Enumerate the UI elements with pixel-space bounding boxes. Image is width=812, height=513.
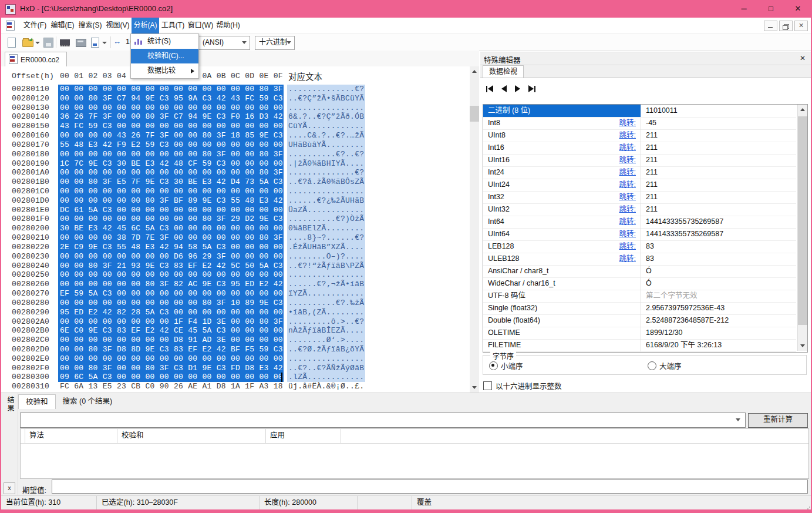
inspector-value[interactable]: 211: [646, 203, 796, 215]
offset-base-combo[interactable]: 十六进制: [255, 36, 295, 50]
scrollbar-thumb[interactable]: [798, 116, 807, 325]
next-byte-button[interactable]: [515, 85, 520, 92]
save-icon[interactable]: [43, 38, 53, 48]
inspector-type-cell[interactable]: UInt64跳转:: [483, 228, 641, 240]
jump-link[interactable]: 跳转:: [598, 117, 636, 129]
scroll-up-icon[interactable]: [472, 70, 477, 73]
inspector-type-cell[interactable]: UInt32跳转:: [483, 203, 641, 216]
hex-text[interactable]: .|žÃ0¾ãBHÏYÃ....: [287, 159, 365, 169]
previous-byte-button[interactable]: [501, 85, 507, 92]
scroll-down-icon[interactable]: [800, 344, 805, 347]
hex-bytes[interactable]: 00 00 00 00 00 00 00 00 00 00 00 00 00 0…: [58, 187, 284, 196]
hex-text[interactable]: ................: [287, 187, 365, 196]
scroll-up-icon[interactable]: [800, 108, 805, 111]
hex-bytes[interactable]: 00 00 00 00 43 26 7F 3F 00 00 80 3F 18 8…: [58, 131, 284, 140]
results-tab-1[interactable]: 校验和: [18, 394, 56, 409]
hex-text[interactable]: 6&.?..€?Ç”žÃð.ÓB: [287, 112, 365, 122]
hex-text[interactable]: ïYZÃ............: [287, 289, 365, 299]
jump-link[interactable]: 跳转:: [598, 154, 636, 166]
inspector-type-cell[interactable]: FILETIME: [483, 339, 641, 351]
maximize-button[interactable]: □: [757, 0, 784, 18]
hex-text[interactable]: ........Ø‘.>....: [287, 336, 365, 345]
hex-bytes[interactable]: 36 26 7F 3F 00 00 80 3F C7 94 9E C3 F0 1…: [58, 112, 284, 122]
hex-text[interactable]: ......€?‚¬žÃ•íâB: [287, 280, 365, 289]
hex-bytes[interactable]: 00 00 00 00 00 00 00 00 00 00 80 3F 10 8…: [58, 299, 284, 308]
analysis-menu-item-3[interactable]: 数据比较: [131, 63, 198, 78]
little-endian-radio[interactable]: 小端序: [489, 360, 523, 371]
inspector-type-cell[interactable]: UInt16跳转:: [483, 154, 641, 166]
hex-bytes[interactable]: 00 00 00 00 00 00 80 3F BF 89 9E C3 55 4…: [58, 196, 284, 206]
hex-bytes[interactable]: 95 ED E2 42 82 28 5A C3 00 00 00 00 00 0…: [58, 308, 284, 317]
hex-bytes[interactable]: 00 00 00 00 00 00 00 00 00 00 00 00 00 0…: [58, 270, 284, 280]
new-file-icon[interactable]: [8, 38, 16, 48]
hex-bytes[interactable]: EF 59 5A C3 00 00 00 00 00 00 00 00 00 0…: [58, 289, 284, 299]
scroll-down-icon[interactable]: [472, 386, 477, 389]
hex-bytes[interactable]: 00 00 00 00 00 00 00 00 00 00 00 00 00 0…: [58, 85, 284, 94]
hex-text[interactable]: ................: [287, 270, 365, 280]
hex-text[interactable]: CüYÃ............: [287, 122, 365, 131]
menu-item-2[interactable]: 编辑(E): [49, 18, 76, 33]
jump-link[interactable]: 跳转:: [598, 191, 636, 203]
hex-bytes[interactable]: 2E C9 9E C3 55 48 E3 42 94 58 5A C3 00 0…: [58, 243, 284, 252]
inspector-type-cell[interactable]: UInt8跳转:: [483, 129, 641, 142]
hex-bytes[interactable]: FC 6A 13 E5 23 CB C0 90 26 AE A1 D8 1A 1…: [58, 382, 284, 391]
hex-text[interactable]: ..............€?: [287, 85, 365, 94]
column-header-2[interactable]: 校验和: [117, 429, 266, 443]
inspector-value[interactable]: 83: [646, 240, 796, 252]
open-file-icon[interactable]: [22, 39, 33, 47]
recalculate-button[interactable]: 重新计算: [748, 413, 808, 428]
inspector-value[interactable]: 83: [646, 253, 796, 264]
inspector-type-cell[interactable]: OLETIME: [483, 327, 641, 339]
hex-text[interactable]: ..........€?..€?: [287, 150, 365, 159]
analysis-menu-item-2[interactable]: 校验和(C)...: [131, 49, 198, 63]
inspector-type-cell[interactable]: Int8跳转:: [483, 117, 641, 129]
inspector-type-cell[interactable]: Single (float32): [483, 302, 641, 314]
menu-item-7[interactable]: 窗口(W): [187, 18, 214, 33]
hex-bytes[interactable]: 09 6C 5A C3 00 00 00 00 00 00 00 00 00 0…: [58, 373, 284, 382]
hex-bytes[interactable]: 00 00 00 00 00 00 00 00 D8 91 AD 3E 00 0…: [58, 336, 284, 345]
jump-link[interactable]: 跳转:: [598, 142, 636, 153]
big-endian-radio[interactable]: 大端序: [648, 360, 682, 371]
minimize-button[interactable]: ─: [730, 0, 757, 18]
menu-item-4[interactable]: 视图(V): [104, 18, 132, 33]
hex-bytes[interactable]: 00 00 00 00 00 00 00 00 1F F4 1D 3E 00 0…: [58, 317, 284, 327]
menu-item-1[interactable]: 文件(F): [21, 18, 49, 33]
hex-text[interactable]: ..€?..€?ÃÑžÃýØãB: [287, 364, 365, 373]
inspector-value[interactable]: Ó: [646, 277, 796, 289]
hex-display-checkbox[interactable]: 以十六进制显示整数: [483, 380, 562, 391]
column-header-3[interactable]: 应用: [266, 429, 341, 443]
hex-text[interactable]: .ÉžÃUHãB”XZÃ....: [287, 243, 365, 252]
inspector-value[interactable]: 211: [646, 129, 796, 141]
hex-text[interactable]: ..€?Ø.žÃƒïâB¿õYÃ: [287, 345, 365, 354]
hex-text[interactable]: UHãBùâYÃ........: [287, 140, 365, 150]
inspector-value[interactable]: 1899/12/30: [646, 327, 796, 338]
hex-text[interactable]: ..€?Ç”žÃ•šÃBCüYÃ: [287, 94, 365, 103]
inspector-value[interactable]: 6168/9/20 下午 3:26:13: [646, 339, 796, 351]
hex-bytes[interactable]: 30 BE E3 42 45 6C 5A C3 00 00 00 00 00 0…: [58, 224, 284, 233]
hex-bytes[interactable]: 00 00 80 3F E5 7F 9E C3 30 BE E3 42 D4 7…: [58, 177, 284, 187]
inspector-value[interactable]: 211: [646, 166, 796, 178]
child-restore-button[interactable]: [779, 21, 793, 31]
hex-bytes[interactable]: 00 00 00 00 00 00 00 00 00 00 00 00 00 0…: [58, 354, 284, 364]
hex-text[interactable]: ÜaZÃ............: [287, 206, 365, 215]
hex-bytes[interactable]: 6E C0 9E C3 83 EF E2 42 CE 45 5A C3 00 0…: [58, 326, 284, 336]
menu-item-5[interactable]: 分析(A): [132, 18, 159, 33]
hex-bytes[interactable]: 00 00 00 00 00 00 00 00 00 00 80 3F 29 D…: [58, 214, 284, 224]
column-header-1[interactable]: 算法: [25, 429, 117, 443]
inspector-scrollbar[interactable]: [797, 105, 807, 351]
inspector-type-cell[interactable]: UInt24跳转:: [483, 179, 641, 191]
checksum-combo[interactable]: [20, 413, 746, 428]
hex-text[interactable]: ..€?å.žÃ0¾ãBÔsZÃ: [287, 177, 365, 187]
inspector-type-cell[interactable]: Double (float64): [483, 314, 641, 327]
hex-bytes[interactable]: 00 00 00 00 00 00 80 3F 82 AC 9E C3 95 E…: [58, 280, 284, 289]
jump-link[interactable]: 跳转:: [598, 216, 636, 227]
open-disk-icon[interactable]: [76, 39, 86, 47]
hex-text[interactable]: ................: [287, 354, 365, 364]
hex-vertical-scrollbar[interactable]: [470, 66, 479, 393]
hex-bytes[interactable]: 43 FC 59 C3 00 00 00 00 00 00 00 00 00 0…: [58, 122, 284, 131]
hex-text[interactable]: .lZÃ............: [287, 373, 365, 382]
inspector-value[interactable]: Ó: [646, 265, 796, 277]
hex-text[interactable]: •íâB‚(ZÃ........: [287, 308, 365, 317]
inspector-value[interactable]: 211: [646, 142, 796, 153]
hex-bytes[interactable]: 1C 7C 9E C3 30 BE E3 42 48 CF 59 C3 00 0…: [58, 159, 284, 169]
